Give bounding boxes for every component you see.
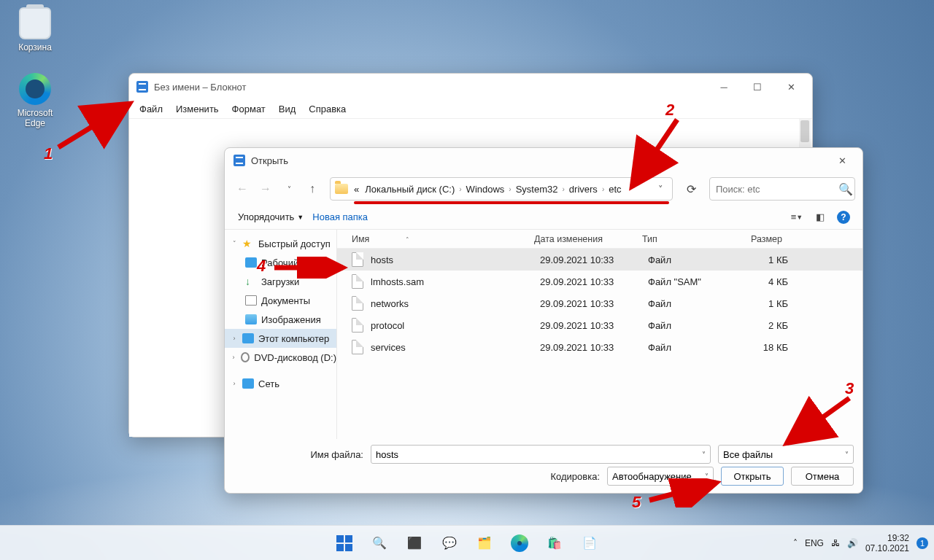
file-icon <box>352 252 363 267</box>
search-box[interactable]: 🔍 <box>709 177 855 201</box>
preview-pane-button[interactable]: ◧ <box>810 208 830 227</box>
minimize-button[interactable]: ─ <box>707 75 741 98</box>
notepad-titlebar[interactable]: Без имени – Блокнот ─ ☐ ✕ <box>129 74 812 100</box>
organize-button[interactable]: Упорядочить ▼ <box>234 209 308 225</box>
file-row[interactable]: protocol 29.09.2021 10:33 Файл 2 КБ <box>337 314 862 336</box>
breadcrumb-item[interactable]: Windows <box>466 184 505 195</box>
col-size[interactable]: Размер <box>728 234 790 244</box>
scrollbar-thumb[interactable] <box>800 120 809 142</box>
search-input[interactable] <box>716 184 838 195</box>
tray-language[interactable]: ENG <box>805 538 824 548</box>
refresh-button[interactable]: ⟳ <box>680 178 702 200</box>
address-bar[interactable]: « Локальный диск (C:)› Windows› System32… <box>330 177 673 201</box>
windows-logo-icon <box>336 535 352 551</box>
maximize-button[interactable]: ☐ <box>741 75 774 98</box>
annotation-underline <box>354 201 669 204</box>
annotation-number: 1 <box>44 144 53 163</box>
desktop-icon-recycle-bin[interactable]: Корзина <box>7 7 63 52</box>
help-button[interactable]: ? <box>833 208 854 227</box>
close-button[interactable]: ✕ <box>774 75 808 98</box>
taskbar: 🔍 ⬛ 💬 🗂️ 🛍️ 📄 ˄ ENG 🖧 🔊 19:32 07.10.2021… <box>0 525 934 560</box>
file-list: Имя˄ Дата изменения Тип Размер hosts 29.… <box>337 230 862 439</box>
nav-tree: ˅★Быстрый доступ Рабочий стол ↓Загрузки … <box>225 230 337 439</box>
file-icon <box>352 296 363 311</box>
annotation-arrow-1 <box>53 95 140 153</box>
breadcrumb-item[interactable]: etc <box>609 184 621 195</box>
breadcrumb-item[interactable]: System32 <box>516 184 558 195</box>
notepad-icon <box>136 81 148 93</box>
desktop-icon-edge[interactable]: Microsoft Edge <box>7 73 63 128</box>
nav-back-button[interactable]: ← <box>232 179 252 199</box>
breadcrumb-overflow[interactable]: « <box>354 184 359 195</box>
taskbar-search-button[interactable]: 🔍 <box>364 529 395 558</box>
cancel-button[interactable]: Отмена <box>791 467 854 486</box>
open-dialog: Открыть ✕ ← → ˅ ↑ « Локальный диск (C:)›… <box>224 147 863 494</box>
tray-network-icon[interactable]: 🖧 <box>831 538 840 548</box>
new-folder-button[interactable]: Новая папка <box>308 209 372 225</box>
notepad-menubar: Файл Изменить Формат Вид Справка <box>129 100 812 119</box>
taskbar-edge-button[interactable] <box>504 529 535 558</box>
dialog-close-button[interactable]: ✕ <box>826 149 858 171</box>
filename-label: Имя файла: <box>234 449 363 460</box>
nav-recent-button[interactable]: ˅ <box>279 179 299 199</box>
file-row[interactable]: services 29.09.2021 10:33 Файл 18 КБ <box>337 336 862 358</box>
tree-desktop[interactable]: Рабочий стол <box>225 253 336 272</box>
menu-format[interactable]: Формат <box>226 101 271 117</box>
svg-line-0 <box>58 104 130 147</box>
filename-combo[interactable]: hosts˅ <box>371 445 711 464</box>
file-type-filter[interactable]: Все файлы˅ <box>718 445 854 464</box>
tree-documents[interactable]: Документы <box>225 291 336 310</box>
address-dropdown-button[interactable]: ˅ <box>654 184 668 195</box>
nav-up-button[interactable]: ↑ <box>302 179 323 199</box>
file-icon <box>352 340 363 354</box>
file-icon <box>352 318 363 332</box>
menu-file[interactable]: Файл <box>134 101 169 117</box>
taskbar-chat-button[interactable]: 💬 <box>434 529 465 558</box>
sort-indicator-icon: ˄ <box>406 236 409 244</box>
search-icon: 🔍 <box>838 182 853 196</box>
tree-downloads[interactable]: ↓Загрузки <box>225 272 336 291</box>
column-headers: Имя˄ Дата изменения Тип Размер <box>337 230 862 249</box>
system-tray: ˄ ENG 🖧 🔊 19:32 07.10.2021 1 <box>793 533 928 553</box>
edge-icon <box>511 534 528 552</box>
tree-quick-access[interactable]: ˅★Быстрый доступ <box>225 234 336 253</box>
file-row[interactable]: networks 29.09.2021 10:33 Файл 1 КБ <box>337 292 862 314</box>
tray-notifications-button[interactable]: 1 <box>916 537 928 549</box>
help-icon: ? <box>837 211 850 224</box>
tree-this-pc[interactable]: ›Этот компьютер <box>225 329 336 348</box>
view-options-button[interactable]: ≡ ▼ <box>787 208 807 227</box>
breadcrumb-item[interactable]: Локальный диск (C:) <box>365 184 455 195</box>
toolbar: Упорядочить ▼ Новая папка ≡ ▼ ◧ ? <box>225 205 862 230</box>
open-button[interactable]: Открыть <box>721 467 784 486</box>
taskbar-explorer-button[interactable]: 🗂️ <box>469 529 500 558</box>
col-name[interactable]: Имя˄ <box>352 234 534 244</box>
encoding-label: Кодировка: <box>550 471 600 482</box>
tray-overflow-button[interactable]: ˄ <box>793 538 798 548</box>
notepad-title: Без имени – Блокнот <box>154 82 246 93</box>
file-row[interactable]: hosts 29.09.2021 10:33 Файл 1 КБ <box>337 249 862 271</box>
desktop-icon-label: Корзина <box>7 42 63 52</box>
col-date[interactable]: Дата изменения <box>534 234 642 244</box>
tree-dvd[interactable]: ›DVD-дисковод (D:) <box>225 348 336 367</box>
tree-pictures[interactable]: Изображения <box>225 310 336 329</box>
file-icon <box>352 274 363 289</box>
edge-icon <box>19 73 51 105</box>
menu-help[interactable]: Справка <box>303 101 352 117</box>
dialog-titlebar[interactable]: Открыть ✕ <box>225 148 862 173</box>
taskbar-notepad-button[interactable]: 📄 <box>574 529 605 558</box>
menu-view[interactable]: Вид <box>273 101 302 117</box>
desktop-icon-label: Microsoft Edge <box>7 108 63 128</box>
breadcrumb-item[interactable]: drivers <box>569 184 598 195</box>
folder-icon <box>335 184 348 194</box>
col-type[interactable]: Тип <box>642 234 728 244</box>
tray-clock[interactable]: 19:32 07.10.2021 <box>865 533 909 553</box>
encoding-combo[interactable]: Автообнаружение˅ <box>607 467 714 486</box>
tree-network[interactable]: ›Сеть <box>225 374 336 393</box>
task-view-button[interactable]: ⬛ <box>399 529 430 558</box>
tray-volume-icon[interactable]: 🔊 <box>847 538 858 548</box>
taskbar-store-button[interactable]: 🛍️ <box>539 529 570 558</box>
start-button[interactable] <box>329 529 360 558</box>
nav-forward-button[interactable]: → <box>255 179 276 199</box>
file-row[interactable]: lmhosts.sam 29.09.2021 10:33 Файл "SAM" … <box>337 271 862 292</box>
menu-edit[interactable]: Изменить <box>170 101 225 117</box>
